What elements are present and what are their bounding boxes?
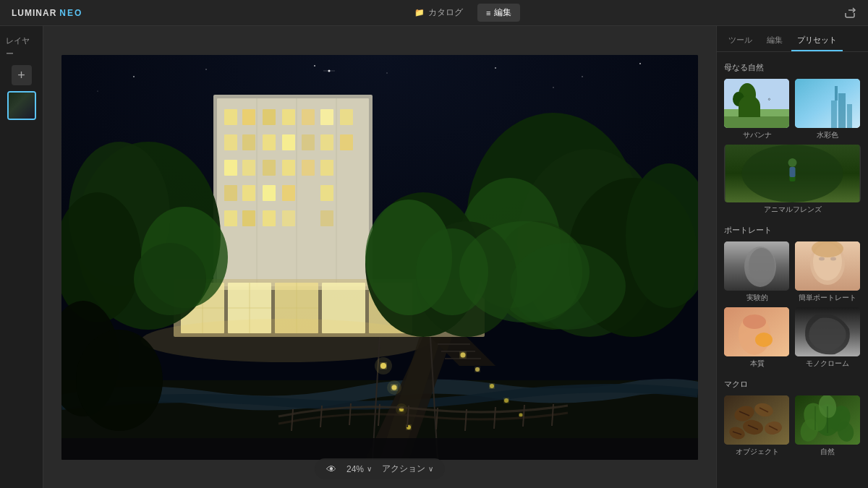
- edit-icon: ≡: [486, 9, 490, 17]
- svg-point-9: [639, 63, 641, 64]
- preset-label-animal-friends: アニマルフレンズ: [724, 205, 861, 215]
- logo-luminar: LUMINAR: [12, 8, 56, 18]
- svg-point-84: [375, 357, 392, 374]
- svg-point-10: [97, 90, 98, 91]
- preset-label-macro-object: オブジェクト: [724, 447, 791, 457]
- svg-point-139: [743, 314, 766, 329]
- preset-item-watercolor[interactable]: 水彩色: [795, 79, 861, 140]
- add-icon: +: [17, 68, 25, 83]
- edit-nav-button[interactable]: ≡ 編集: [477, 4, 520, 22]
- svg-point-6: [386, 72, 387, 73]
- catalog-nav-button[interactable]: 📁 カタログ: [406, 4, 472, 22]
- zoom-control[interactable]: 24% ∨: [346, 464, 372, 474]
- preset-thumb-monochrome: [795, 307, 860, 356]
- canvas-area: 👁 24% ∨ アクション ∨: [43, 26, 716, 488]
- svg-point-124: [788, 158, 797, 167]
- tab-edit[interactable]: 編集: [761, 30, 788, 51]
- photo-container: [61, 55, 698, 460]
- left-sidebar: レイヤー +: [0, 26, 43, 488]
- svg-rect-31: [320, 134, 333, 150]
- svg-rect-38: [320, 160, 333, 176]
- preset-thumb-experimental: [724, 241, 789, 291]
- share-icon[interactable]: [843, 7, 856, 20]
- svg-rect-21: [263, 109, 276, 125]
- svg-point-92: [490, 384, 494, 388]
- preset-item-experimental[interactable]: 実験的: [724, 241, 791, 303]
- svg-rect-112: [724, 116, 789, 128]
- header-nav: 📁 カタログ ≡ 編集: [406, 4, 520, 22]
- preset-thumb-macro-object: [724, 395, 789, 445]
- svg-point-66: [134, 243, 206, 315]
- svg-rect-19: [224, 109, 237, 125]
- svg-rect-20: [242, 109, 255, 125]
- svg-rect-30: [302, 134, 315, 150]
- svg-point-138: [755, 333, 773, 347]
- right-tabs: ツール 編集 プリセット: [717, 26, 868, 52]
- preset-item-macro-natural[interactable]: 自然: [795, 395, 861, 457]
- svg-rect-36: [282, 160, 295, 176]
- tab-tools[interactable]: ツール: [723, 30, 758, 51]
- preset-item-macro-object[interactable]: オブジェクト: [724, 395, 791, 457]
- action-button[interactable]: アクション ∨: [382, 463, 433, 475]
- visibility-icon[interactable]: 👁: [326, 463, 336, 475]
- svg-rect-39: [224, 185, 237, 201]
- svg-point-61: [141, 319, 430, 362]
- svg-rect-126: [790, 167, 796, 177]
- svg-rect-34: [242, 160, 255, 176]
- preset-item-natural[interactable]: 本質: [724, 307, 791, 369]
- svg-point-86: [396, 403, 407, 415]
- preset-thumb-easy-portrait: [795, 241, 860, 291]
- svg-point-91: [475, 367, 480, 372]
- logo: LUMINAR NEO: [12, 8, 82, 18]
- tab-presets[interactable]: プリセット: [791, 30, 843, 51]
- logo-neo: NEO: [59, 8, 82, 18]
- svg-point-94: [519, 413, 523, 416]
- svg-rect-47: [282, 210, 295, 226]
- bottom-toolbar: 👁 24% ∨ アクション ∨: [315, 458, 445, 479]
- svg-point-11: [553, 87, 553, 87]
- svg-rect-48: [320, 210, 333, 226]
- preset-item-animal-friends[interactable]: アニマルフレンズ: [724, 145, 861, 215]
- svg-point-5: [314, 65, 315, 67]
- section-portrait-label: ポートレート: [724, 225, 861, 236]
- svg-point-107: [510, 243, 626, 330]
- svg-rect-121: [835, 86, 838, 100]
- svg-rect-35: [263, 160, 276, 176]
- portrait-grid: 実験的: [724, 241, 861, 369]
- add-layer-button[interactable]: +: [12, 65, 32, 85]
- layer-thumbnail[interactable]: [7, 91, 36, 120]
- macro-grid: オブジェクト: [724, 395, 861, 457]
- edit-label: 編集: [494, 7, 511, 19]
- preset-item-monochrome[interactable]: モノクローム: [795, 307, 861, 369]
- mother-nature-grid: ⬦ サバンナ: [724, 79, 861, 215]
- svg-point-3: [133, 76, 135, 77]
- main: レイヤー +: [0, 26, 868, 488]
- presets-content: 母なる自然: [717, 52, 868, 488]
- svg-rect-44: [224, 210, 237, 226]
- header-right: [843, 7, 856, 20]
- catalog-icon: 📁: [414, 8, 425, 17]
- layers-label: レイヤー: [6, 36, 30, 58]
- svg-rect-25: [340, 109, 353, 125]
- svg-rect-119: [838, 93, 846, 128]
- preset-label-macro-natural: 自然: [795, 447, 861, 457]
- header: LUMINAR NEO 📁 カタログ ≡ 編集: [0, 0, 868, 26]
- svg-rect-32: [340, 134, 353, 150]
- svg-point-90: [461, 352, 466, 357]
- svg-rect-23: [302, 109, 315, 125]
- svg-rect-26: [224, 134, 237, 150]
- svg-point-134: [830, 257, 836, 261]
- preset-label-savanna: サバンナ: [724, 130, 791, 140]
- action-arrow-icon: ∨: [428, 465, 433, 473]
- preset-item-savanna[interactable]: ⬦ サバンナ: [724, 79, 791, 140]
- catalog-label: カタログ: [428, 7, 463, 19]
- svg-text:⬦: ⬦: [767, 95, 771, 102]
- svg-point-133: [819, 257, 825, 261]
- svg-point-115: [733, 92, 744, 106]
- preset-thumb-natural: [724, 307, 789, 356]
- svg-point-8: [582, 76, 583, 77]
- svg-rect-24: [320, 109, 333, 125]
- action-label: アクション: [382, 463, 425, 475]
- preset-label-easy-portrait: 簡単ポートレート: [795, 293, 861, 303]
- preset-item-easy-portrait[interactable]: 簡単ポートレート: [795, 241, 861, 303]
